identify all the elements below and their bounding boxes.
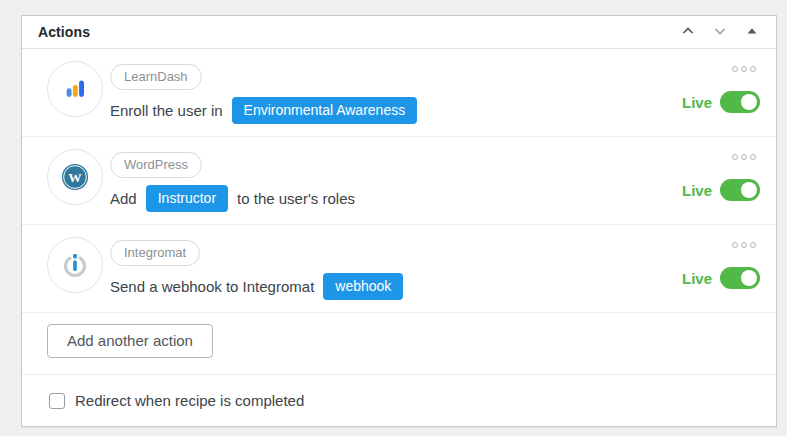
action-menu-icon[interactable] xyxy=(730,240,758,250)
action-row-wordpress: W WordPress Add Instructor to the user's… xyxy=(22,137,776,225)
integromat-icon xyxy=(47,237,103,293)
live-status-label: Live xyxy=(682,270,712,287)
integration-badge: WordPress xyxy=(110,152,202,178)
action-row-learndash: LearnDash Enroll the user in Environment… xyxy=(22,49,776,137)
add-action-section: Add another action xyxy=(22,313,776,375)
move-down-button[interactable] xyxy=(706,20,734,44)
move-up-button[interactable] xyxy=(674,20,702,44)
action-menu-icon[interactable] xyxy=(730,64,758,74)
add-another-action-button[interactable]: Add another action xyxy=(47,324,213,358)
actions-panel-header: Actions xyxy=(22,16,776,49)
live-toggle[interactable] xyxy=(720,267,760,289)
chevron-up-icon xyxy=(680,23,696,42)
chevron-down-icon xyxy=(712,23,728,42)
integration-badge: Integromat xyxy=(110,240,200,266)
actions-panel: Actions xyxy=(21,15,777,427)
wordpress-icon: W xyxy=(47,149,103,205)
webhook-token-button[interactable]: webhook xyxy=(323,273,403,300)
sentence-text: Enroll the user in xyxy=(110,102,223,119)
triangle-up-icon xyxy=(746,25,758,40)
redirect-section: Redirect when recipe is completed xyxy=(22,375,776,426)
sentence-text: Add xyxy=(110,190,137,207)
sentence-text: Send a webhook to Integromat xyxy=(110,278,314,295)
redirect-checkbox-label: Redirect when recipe is completed xyxy=(75,392,304,409)
action-sentence: Send a webhook to Integromat webhook xyxy=(110,273,412,300)
role-token-button[interactable]: Instructor xyxy=(146,185,228,212)
action-sentence: Enroll the user in Environmental Awarene… xyxy=(110,97,426,124)
admin-page-background: Actions xyxy=(0,0,787,436)
svg-text:W: W xyxy=(68,170,82,185)
live-toggle[interactable] xyxy=(720,179,760,201)
live-toggle[interactable] xyxy=(720,91,760,113)
panel-title: Actions xyxy=(38,24,90,40)
integration-badge: LearnDash xyxy=(110,64,202,90)
action-sentence: Add Instructor to the user's roles xyxy=(110,185,355,212)
panel-header-controls xyxy=(674,20,766,44)
learndash-icon xyxy=(47,61,103,117)
course-token-button[interactable]: Environmental Awareness xyxy=(232,97,418,124)
live-status-label: Live xyxy=(682,94,712,111)
action-row-integromat: Integromat Send a webhook to Integromat … xyxy=(22,225,776,313)
action-menu-icon[interactable] xyxy=(730,152,758,162)
sentence-text: to the user's roles xyxy=(237,190,355,207)
live-status-label: Live xyxy=(682,182,712,199)
redirect-checkbox[interactable] xyxy=(49,393,65,409)
collapse-panel-button[interactable] xyxy=(738,20,766,44)
